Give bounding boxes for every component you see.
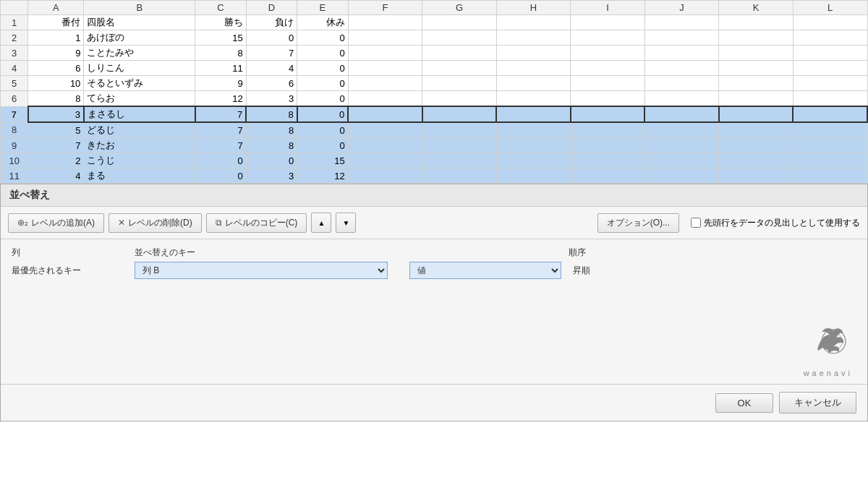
cell-empty[interactable] [496, 30, 571, 46]
cell-empty[interactable] [644, 30, 719, 46]
cell-empty[interactable] [644, 153, 719, 168]
cell-d[interactable]: 8 [246, 138, 297, 153]
col-header-d[interactable]: D [246, 1, 297, 15]
sort-key-select[interactable]: 列 B [135, 262, 388, 279]
cell-e[interactable]: 0 [297, 61, 349, 76]
add-level-button[interactable]: ⊕₂ レベルの追加(A) [8, 213, 104, 233]
cell-empty[interactable] [348, 153, 422, 168]
cell-b[interactable]: こうじ [84, 153, 195, 168]
move-up-button[interactable]: ▲ [311, 213, 331, 233]
cell-a[interactable]: 4 [28, 168, 84, 184]
cell-b[interactable]: そるといずみ [84, 76, 195, 91]
cell-b[interactable]: きたお [84, 138, 195, 153]
cell-b[interactable]: ことたみや [84, 46, 195, 61]
cell-empty[interactable] [422, 153, 497, 168]
cell-empty[interactable] [422, 76, 497, 91]
cell-e[interactable]: 0 [297, 46, 349, 61]
cell-empty[interactable] [644, 76, 719, 91]
cell-empty[interactable] [422, 91, 497, 107]
cell-empty[interactable] [496, 46, 571, 61]
cell-empty[interactable] [793, 138, 867, 153]
cell-a[interactable]: 6 [28, 61, 84, 76]
cell-a[interactable]: 8 [28, 91, 84, 107]
cell-b[interactable]: しりこん [84, 61, 195, 76]
cell-empty[interactable] [348, 61, 422, 76]
cell-e[interactable]: 0 [297, 122, 349, 138]
cell-empty[interactable] [793, 15, 867, 30]
cell-e[interactable]: 0 [297, 91, 349, 107]
cell-empty[interactable] [719, 153, 793, 168]
cell-b[interactable]: てらお [84, 91, 195, 107]
cell-a[interactable]: 2 [28, 153, 84, 168]
cell-c[interactable]: 7 [195, 138, 247, 153]
cell-e[interactable]: 12 [297, 168, 349, 184]
header-checkbox[interactable] [691, 218, 701, 228]
cell-empty[interactable] [348, 30, 422, 46]
cell-empty[interactable] [571, 76, 645, 91]
cell-c[interactable]: 7 [195, 106, 247, 122]
col-header-l[interactable]: L [793, 1, 867, 15]
col-header-b[interactable]: B [84, 1, 195, 15]
cell-empty[interactable] [496, 168, 571, 184]
cell-c[interactable]: 0 [195, 168, 247, 184]
cell-d[interactable]: 7 [246, 46, 297, 61]
cell-d[interactable]: 8 [246, 122, 297, 138]
cell-empty[interactable] [496, 76, 571, 91]
cell-empty[interactable] [793, 153, 867, 168]
table-row[interactable]: 102こうじ0015 [1, 153, 868, 168]
ok-button[interactable]: OK [715, 393, 773, 413]
cell-c[interactable]: 15 [195, 30, 247, 46]
cell-empty[interactable] [348, 15, 422, 30]
cell-a[interactable]: 10 [28, 76, 84, 91]
col-header-f[interactable]: F [348, 1, 422, 15]
cell-empty[interactable] [571, 46, 645, 61]
header-checkbox-label[interactable]: 先頭行をデータの見出しとして使用する [691, 217, 860, 229]
cell-empty[interactable] [422, 138, 497, 153]
cell-empty[interactable] [719, 15, 793, 30]
cell-empty[interactable] [644, 15, 719, 30]
cell-a[interactable]: 番付 [28, 15, 84, 30]
cell-empty[interactable] [719, 30, 793, 46]
cancel-button[interactable]: キャンセル [779, 392, 856, 414]
cell-e[interactable]: 0 [297, 106, 349, 122]
cell-c[interactable]: 8 [195, 46, 247, 61]
cell-a[interactable]: 7 [28, 138, 84, 153]
cell-empty[interactable] [571, 30, 645, 46]
table-row[interactable]: 46しりこん1140 [1, 61, 868, 76]
col-header-a[interactable]: A [28, 1, 84, 15]
cell-empty[interactable] [719, 122, 793, 138]
cell-a[interactable]: 3 [28, 106, 84, 122]
cell-empty[interactable] [793, 46, 867, 61]
delete-level-button[interactable]: ✕ レベルの削除(D) [109, 213, 202, 233]
cell-empty[interactable] [793, 61, 867, 76]
cell-b[interactable]: 四股名 [84, 15, 195, 30]
cell-e[interactable]: 15 [297, 153, 349, 168]
cell-empty[interactable] [422, 46, 497, 61]
cell-c[interactable]: 9 [195, 76, 247, 91]
cell-empty[interactable] [793, 106, 867, 122]
cell-d[interactable]: 4 [246, 61, 297, 76]
sort-type-select[interactable]: 値 [409, 262, 561, 279]
table-row[interactable]: 510そるといずみ960 [1, 76, 868, 91]
cell-empty[interactable] [571, 153, 645, 168]
cell-e[interactable]: 0 [297, 138, 349, 153]
cell-empty[interactable] [348, 106, 422, 122]
cell-d[interactable]: 3 [246, 168, 297, 184]
cell-c[interactable]: 12 [195, 91, 247, 107]
cell-empty[interactable] [644, 122, 719, 138]
cell-c[interactable]: 勝ち [195, 15, 247, 30]
cell-d[interactable]: 負け [246, 15, 297, 30]
col-header-e[interactable]: E [297, 1, 349, 15]
cell-empty[interactable] [348, 76, 422, 91]
cell-empty[interactable] [719, 76, 793, 91]
table-row[interactable]: 97きたお780 [1, 138, 868, 153]
cell-a[interactable]: 9 [28, 46, 84, 61]
cell-empty[interactable] [422, 168, 497, 184]
cell-empty[interactable] [348, 122, 422, 138]
cell-empty[interactable] [496, 138, 571, 153]
col-header-g[interactable]: G [422, 1, 497, 15]
table-row[interactable]: 114まる0312 [1, 168, 868, 184]
cell-empty[interactable] [571, 61, 645, 76]
cell-empty[interactable] [496, 15, 571, 30]
cell-empty[interactable] [571, 91, 645, 107]
